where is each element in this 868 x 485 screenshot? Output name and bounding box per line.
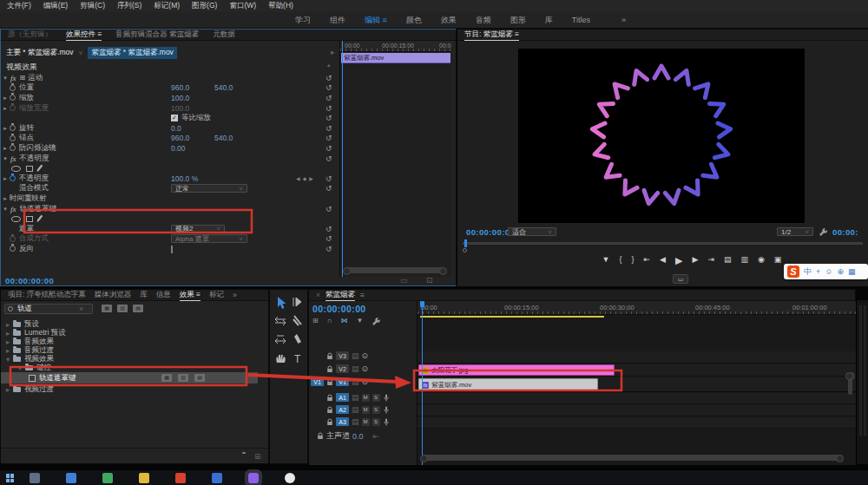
track-name[interactable]: V2 (336, 364, 349, 373)
stopwatch-icon[interactable] (10, 135, 16, 141)
lock-icon[interactable] (326, 394, 333, 402)
razor-tool[interactable] (293, 316, 301, 325)
rotation-value[interactable]: 0.0 (171, 124, 181, 133)
project-overflow-icon[interactable]: » (233, 291, 237, 299)
effect-row-reverse[interactable]: 反向 ↺ (1, 244, 338, 254)
rect-mask-icon[interactable] (26, 166, 33, 172)
effect-row-time-remap[interactable]: ▸ 时间重映射 (1, 193, 338, 204)
caret-icon[interactable]: ▸ (6, 338, 13, 346)
solo-button[interactable]: S (372, 406, 380, 414)
kf-next-icon[interactable]: ▶ (309, 176, 316, 181)
lift-button[interactable]: ▤ (724, 255, 732, 266)
tab-markers[interactable]: 标记 (209, 290, 224, 300)
track-name[interactable]: A1 (336, 393, 349, 402)
add-marker-icon[interactable]: ▼ (356, 317, 363, 325)
stopwatch-icon[interactable] (10, 145, 16, 151)
caret-right-icon[interactable]: ▸ (1, 175, 10, 182)
effect-row-opacity[interactable]: ▸ 不透明度 100.0 % ◀◆▶ ↺ (1, 174, 338, 184)
track-name[interactable]: A3 (336, 417, 349, 426)
track-select-tool[interactable] (293, 298, 301, 306)
tab-info[interactable]: 信息 (156, 290, 171, 300)
source-monitor-icon[interactable]: ▤ (352, 377, 359, 386)
lock-icon[interactable] (326, 378, 333, 386)
clip-v1[interactable]: fx 紫蓝烟雾.mov (418, 378, 598, 391)
reset-icon[interactable]: ↺ (326, 245, 332, 253)
timeline-hscrollbar[interactable] (421, 455, 843, 461)
blend-mode-dropdown[interactable]: 正常˅ (171, 184, 247, 193)
ec-mini-clip[interactable]: 紫蓝烟雾.mov (341, 53, 450, 63)
reset-icon[interactable]: ↺ (326, 83, 332, 92)
track-header-a2[interactable]: A2 ▤ M S (311, 405, 416, 414)
add-marker-button[interactable]: ▼ (602, 255, 610, 266)
source-monitor-icon[interactable]: ▤ (352, 393, 359, 402)
track-name[interactable]: A2 (336, 405, 349, 414)
sequence-clip-label[interactable]: 紫蓝烟雾 * 紫蓝烟雾.mov (88, 47, 176, 59)
effect-row-antiflicker[interactable]: ▸ 防闪烁滤镜 0.00 ↺ (1, 143, 338, 154)
taskbar-icon-4[interactable] (139, 473, 149, 483)
input-mode-icon[interactable]: 中 (804, 266, 812, 278)
playhead-line[interactable] (422, 301, 423, 465)
tab-effects[interactable]: 效果 ≡ (180, 290, 201, 301)
caret-icon[interactable]: ▸ (6, 320, 13, 329)
caret-right-icon[interactable]: ▸ (1, 125, 10, 132)
effect-row-scale[interactable]: ▸ 缩放 100.0 ↺ (1, 93, 338, 103)
step-forward-button[interactable]: ▶ (693, 255, 699, 266)
caret-down-icon[interactable]: ▾ (1, 75, 10, 82)
caret-right-icon[interactable]: ▸ (1, 95, 10, 102)
rect-mask-icon[interactable] (26, 216, 33, 222)
taskbar-icon-8[interactable] (285, 473, 295, 483)
ec-timecode[interactable]: 00:00:00:00 (5, 276, 54, 285)
lock-icon[interactable] (326, 406, 333, 414)
workspace-tab-effects[interactable]: 效果 (441, 15, 457, 26)
tree-item-track-matte-key[interactable]: 轨道遮罩键 ▦ ▥ ▤ (1, 372, 258, 383)
caret-down-icon[interactable]: ▾ (1, 155, 10, 162)
effect-row-composite[interactable]: 合成方式 Alpha 遮罩˅ ↺ (1, 234, 338, 245)
master-gain-value[interactable]: 0.0 (352, 432, 364, 441)
timeline-vscrollbar[interactable] (848, 372, 852, 395)
workspace-tab-learning[interactable]: 学习 (295, 15, 311, 26)
compare-view-button[interactable]: ▣ (774, 255, 782, 266)
mute-button[interactable]: M (362, 406, 370, 414)
pen-tool[interactable] (294, 334, 301, 344)
zoom-dropdown[interactable]: 1/2˅ (777, 227, 813, 236)
eye-icon[interactable]: ⊙ (362, 377, 369, 386)
solo-button[interactable]: S (372, 394, 380, 402)
keyframe-nav[interactable]: ◀◆▶ (296, 175, 316, 181)
zoom-level-icon[interactable]: ⊡ (426, 276, 433, 285)
nest-insert-icon[interactable]: ⊞ (312, 317, 319, 325)
pen-mask-icon[interactable] (36, 164, 43, 173)
source-monitor-icon[interactable]: ▤ (352, 351, 359, 360)
reset-icon[interactable]: ↺ (326, 225, 332, 233)
panel-menu-icon[interactable]: ≡ (97, 29, 102, 38)
stopwatch-icon[interactable] (10, 95, 16, 101)
timeline-ruler[interactable]: 00:00 00:00:15:00 00:00:30:00 00:00:45:0… (418, 301, 856, 315)
workspace-tab-libraries[interactable]: 库 (545, 15, 553, 26)
stopwatch-icon[interactable] (10, 246, 16, 252)
workspace-tab-assembly[interactable]: 组件 (330, 15, 345, 26)
sogou-logo[interactable]: S (787, 265, 799, 278)
eye-icon[interactable]: ⊙ (362, 351, 369, 360)
reset-icon[interactable]: ↺ (326, 74, 332, 82)
effect-row-uniform-scale[interactable]: ✓ 等比缩放 ↺ (1, 113, 338, 123)
stopwatch-icon-active[interactable] (10, 175, 16, 181)
play-button[interactable]: ▶ (675, 255, 682, 266)
tab-effect-controls[interactable]: 效果控件 ≡ (66, 29, 102, 41)
reset-icon[interactable]: ↺ (326, 94, 332, 102)
chevron-down-icon[interactable]: ˅ (78, 49, 82, 57)
matte-dropdown[interactable]: 视频2˅ (171, 225, 225, 233)
start-button[interactable] (6, 474, 15, 482)
effect-row-position[interactable]: 位置 960.0 540.0 ↺ (1, 83, 338, 94)
ec-mini-playhead[interactable] (342, 41, 343, 277)
reset-icon[interactable]: ↺ (326, 174, 332, 183)
caret-icon[interactable]: ▸ (6, 329, 13, 338)
reset-icon[interactable]: ↺ (326, 114, 332, 122)
tab-project[interactable]: 项目: 浮夸炫酷动态字幕 (8, 290, 86, 300)
menu-help[interactable]: 帮助(H) (268, 1, 293, 11)
mic-icon[interactable] (383, 418, 390, 426)
effect-row-track-matte-group[interactable]: ▾ fx 轨道遮罩键 ↺ (1, 204, 338, 214)
work-area-bar[interactable] (420, 316, 604, 318)
program-extra-button[interactable]: ▭ (673, 274, 688, 284)
reset-icon[interactable]: ↺ (326, 184, 332, 193)
taskbar-icon-2[interactable] (66, 473, 76, 483)
tab-program[interactable]: 节目: 紫蓝烟雾 ≡ (464, 29, 519, 41)
